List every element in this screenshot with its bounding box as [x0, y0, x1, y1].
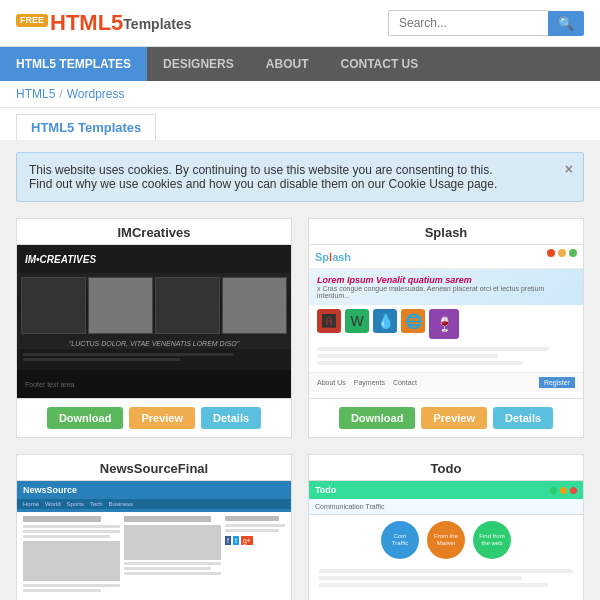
logo-templates-text: Templates [123, 16, 191, 32]
template-thumb-imcreatives: IM•CREATIVES "LUCTUS DOLOR, VITAE VENENA… [17, 244, 291, 399]
search-input[interactable] [388, 10, 548, 36]
template-actions-imcreatives: Download Preview Details [17, 399, 291, 437]
details-button-splash[interactable]: Details [493, 407, 553, 429]
cookie-text-line2: Find out why we use cookies and how you … [29, 177, 553, 191]
template-thumb-newssource: NewsSource Home World Sports Tech Busine… [17, 480, 291, 600]
template-title-splash: Splash [309, 219, 583, 244]
site-header: FREE HTML5 Templates 🔍 [0, 0, 600, 47]
nav-item-designers[interactable]: DESIGNERS [147, 47, 250, 81]
details-button-imcreatives[interactable]: Details [201, 407, 261, 429]
templates-grid: IMCreatives IM•CREATIVES "LUCTUS DOLOR, … [16, 218, 584, 600]
cookie-banner: This website uses cookies. By continuing… [16, 152, 584, 202]
template-title-imcreatives: IMCreatives [17, 219, 291, 244]
preview-button-splash[interactable]: Preview [421, 407, 487, 429]
template-card-newssource: NewsSourceFinal NewsSource Home World Sp… [16, 454, 292, 600]
template-card-todo: Todo Todo Communication Traffic [308, 454, 584, 600]
page-title-bar: HTML5 Templates [0, 108, 600, 140]
template-thumb-splash: Splash Lorem Ipsum Venalit quatium sarem… [309, 244, 583, 399]
preview-button-imcreatives[interactable]: Preview [129, 407, 195, 429]
search-button[interactable]: 🔍 [548, 11, 584, 36]
breadcrumb-wordpress[interactable]: Wordpress [67, 87, 125, 101]
template-thumb-todo: Todo Communication Traffic ComTraffic Fr… [309, 480, 583, 600]
breadcrumb-html5[interactable]: HTML5 [16, 87, 55, 101]
download-button-splash[interactable]: Download [339, 407, 416, 429]
template-actions-splash: Download Preview Details [309, 399, 583, 437]
nav-item-contact[interactable]: CONTACT US [324, 47, 434, 81]
template-title-todo: Todo [309, 455, 583, 480]
nav-item-html5templates[interactable]: HTML5 TEMPLATES [0, 47, 147, 81]
logo-html5-text: HTML5 [50, 12, 123, 34]
template-card-splash: Splash Splash Lorem Ipsum Venalit quatiu… [308, 218, 584, 438]
navbar: HTML5 TEMPLATES DESIGNERS ABOUT CONTACT … [0, 47, 600, 81]
nav-item-about[interactable]: ABOUT [250, 47, 325, 81]
template-title-newssource: NewsSourceFinal [17, 455, 291, 480]
breadcrumb: HTML5 / Wordpress [0, 81, 600, 108]
logo-free-badge: FREE [16, 14, 48, 27]
template-card-imcreatives: IMCreatives IM•CREATIVES "LUCTUS DOLOR, … [16, 218, 292, 438]
main-content: IMCreatives IM•CREATIVES "LUCTUS DOLOR, … [0, 214, 600, 600]
breadcrumb-sep: / [59, 87, 62, 101]
search-box: 🔍 [388, 10, 584, 36]
page-title-tab[interactable]: HTML5 Templates [16, 114, 156, 140]
site-logo: FREE HTML5 Templates [16, 12, 192, 34]
cookie-text-line1: This website uses cookies. By continuing… [29, 163, 553, 177]
download-button-imcreatives[interactable]: Download [47, 407, 124, 429]
cookie-close-button[interactable]: × [565, 161, 573, 177]
